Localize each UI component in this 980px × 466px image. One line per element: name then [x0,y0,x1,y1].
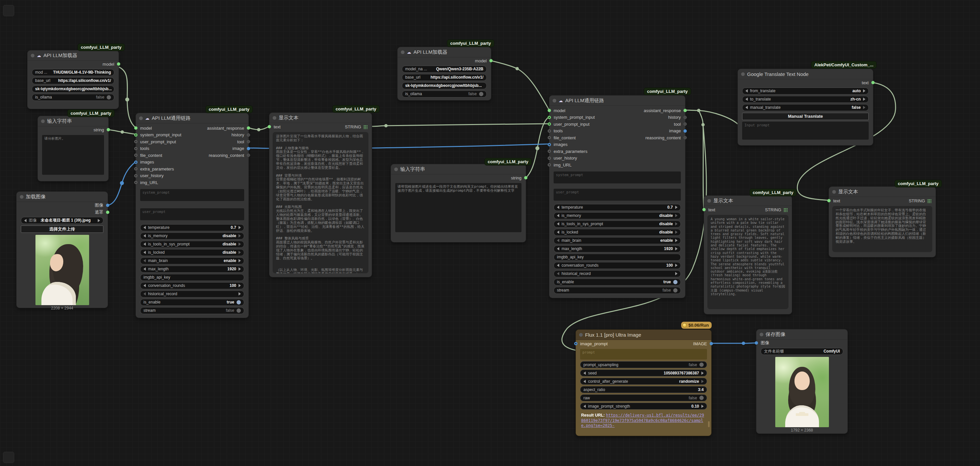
increment-arrow-icon[interactable] [239,267,241,271]
text-input-socket[interactable] [827,199,830,202]
widget-max-length[interactable]: max_length1920 [140,266,244,273]
display-text-content[interactable]: A young woman in a white sailor-style un… [707,215,789,309]
node-display-text-3[interactable]: 显示文本 text STRING 一个穿着白色水手式制服的年轻女子，带有浅弓领带… [829,187,935,257]
file-content-input-socket[interactable] [548,136,551,139]
images-input-socket[interactable] [134,161,137,164]
tools-input-socket[interactable] [134,147,137,150]
increment-arrow-icon[interactable] [675,247,678,251]
widget-base-url[interactable]: base_url https://api.siliconflow.cn/v1/ [402,74,487,81]
string-output-socket[interactable] [107,128,110,131]
user-prompt-input-socket[interactable] [134,140,137,143]
model-output-socket[interactable] [489,59,493,62]
widget-prompt-upsampling[interactable]: prompt_upsamplingfalse [580,361,707,368]
widget-is-memory[interactable]: is_memorydisable [140,233,244,239]
widget-manual-translate[interactable]: manual_translatefalse [742,104,869,111]
collapse-dot-icon[interactable] [553,99,556,102]
text-input-socket[interactable] [702,208,706,211]
image-output-socket[interactable] [106,204,109,207]
widget-api-key[interactable]: sk-lqtymkdormxdgbeorcgjnowltbhbjsb... [32,86,114,93]
increment-arrow-icon[interactable] [239,259,241,262]
node-title-bar[interactable]: 显示文本 [829,187,935,197]
file-content-input-socket[interactable] [134,153,137,157]
string-output-socket[interactable] [524,176,527,179]
node-title-bar[interactable]: ☁ API LLM通用链路 [549,96,685,106]
extra-parameters-input-socket[interactable] [548,150,551,153]
node-display-text-2[interactable]: 显示文本 text STRING A young woman in a whit… [704,196,792,314]
toggle-icon[interactable] [237,308,241,313]
system-prompt-input-socket[interactable] [134,133,137,137]
toggle-icon[interactable] [673,288,678,292]
widget-temperature[interactable]: temperature0.7 [140,224,244,231]
decrement-arrow-icon[interactable] [143,234,146,238]
widget-stream[interactable]: streamfalse [140,307,244,314]
widget-from-translate[interactable]: from_translateauto [742,88,869,94]
extra-parameters-input-socket[interactable] [134,167,137,171]
increment-arrow-icon[interactable] [239,284,241,287]
node-title-bar[interactable]: ☁ API LLM加载器 [398,47,491,57]
tools-input-socket[interactable] [548,129,551,132]
user-history-input-socket[interactable] [134,174,137,177]
node-save-image[interactable]: 保存图像 图像 文件名前缀 ComfyUI 1792 × 2368 [756,329,848,434]
toggle-icon[interactable] [237,300,241,305]
widget-aspect-ratio[interactable]: aspect_ratio3:4 [580,386,707,393]
node-input-string-1[interactable]: 输入字符串 string 请分析图片。 [38,116,108,181]
widget-is-tools-in-sys-prompt[interactable]: is_tools_in_sys_promptdisable [140,241,244,248]
toggle-icon[interactable] [673,280,678,284]
decrement-arrow-icon[interactable] [745,89,748,93]
model-input-socket[interactable] [548,109,551,112]
increment-arrow-icon[interactable] [675,264,678,267]
widget-main-brain[interactable]: main_brainenable [554,237,681,244]
user-prompt-textarea[interactable]: user_prompt [554,189,681,201]
node-title-bar[interactable]: ☁ API LLM通用链路 [136,113,248,123]
decrement-arrow-icon[interactable] [143,251,146,254]
assistant-response-output-socket[interactable] [684,109,687,112]
widget-is-ollama[interactable]: is_ollama false [32,94,114,101]
decrement-arrow-icon[interactable] [557,222,559,225]
display-text-content[interactable]: 这张图片呈现了一位身着水手服风格服装的人物，结合画面元素分析如下： ### 人物… [273,132,368,273]
node-title-bar[interactable]: 保存图像 [756,329,848,340]
decrement-arrow-icon[interactable] [557,239,559,242]
node-api-llm-chain-1[interactable]: ☁ API LLM通用链路 modelassistant_response sy… [136,113,248,318]
model-input-socket[interactable] [134,126,137,130]
increment-arrow-icon[interactable] [675,206,678,209]
node-scrollbar[interactable] [708,421,710,427]
node-flux-ultra-image[interactable]: Flux 1.1 [pro] Ultra Image image_prompt … [576,330,711,436]
collapse-dot-icon[interactable] [41,120,45,123]
tool-output-socket[interactable] [684,122,687,126]
decrement-arrow-icon[interactable] [143,267,146,271]
decrement-arrow-icon[interactable] [557,247,559,251]
assistant-response-output-socket[interactable] [247,126,250,130]
increment-arrow-icon[interactable] [675,230,678,234]
node-title-bar[interactable]: 输入字符串 [38,116,108,126]
widget-is-locked[interactable]: is_lockeddisable [554,229,681,236]
widget-imgbb-api-key[interactable]: imgbb_api_key [140,274,244,281]
text-output-socket[interactable] [871,81,875,84]
widget-max-length[interactable]: max_length1920 [554,246,681,252]
node-google-translate[interactable]: Google Translate Text Node text from_tra… [738,69,873,145]
node-title-bar[interactable]: Flux 1.1 [pro] Ultra Image [576,330,711,340]
widget-is-enable[interactable]: is_enabletrue [554,279,681,286]
decrement-arrow-icon[interactable] [745,97,748,101]
increment-arrow-icon[interactable] [863,106,865,109]
display-text-content[interactable]: 一个穿着白色水手式制服的年轻女子，带有浅弓领带的衣领和条纹细节，站在树木和草田的… [832,206,932,252]
image-output-socket[interactable] [710,342,713,345]
increment-arrow-icon[interactable] [239,243,241,246]
decrement-arrow-icon[interactable] [143,243,146,246]
increment-arrow-icon[interactable] [702,405,704,408]
node-input-string-2[interactable]: 输入字符串 string 请帮我根据图片描述生成一段用于文生图的纯英文promp… [391,164,526,242]
string-text-widget[interactable]: 请帮我根据图片描述生成一段用于文生图的纯英文prompt。你的输出结果将直接用于… [395,183,522,232]
node-title-bar[interactable]: ☁ API LLM加载器 [27,50,119,61]
increment-arrow-icon[interactable] [863,97,865,101]
increment-arrow-icon[interactable] [675,272,678,275]
choose-file-upload-button[interactable]: 选择文件上传 [21,225,103,233]
collapse-dot-icon[interactable] [741,72,745,76]
node-title-bar[interactable]: 输入字符串 [391,164,526,174]
widget-historical-record[interactable]: historical_record [554,270,681,277]
image-output-socket[interactable] [247,147,250,150]
decrement-arrow-icon[interactable] [584,372,586,375]
img-url-input-socket[interactable] [134,181,137,184]
reasoning-content-output-socket[interactable] [684,136,687,139]
widget-raw[interactable]: rawfalse [580,394,707,401]
text-input-socket[interactable] [268,125,271,128]
node-api-llm-chain-2[interactable]: ☁ API LLM通用链路 modelassistant_response sy… [549,96,685,298]
